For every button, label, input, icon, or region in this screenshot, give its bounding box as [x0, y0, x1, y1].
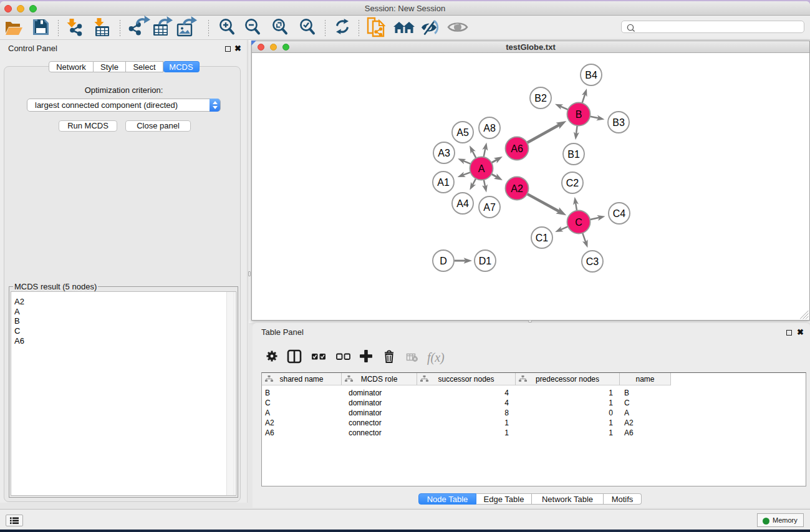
- svg-text:A: A: [478, 163, 485, 174]
- svg-text:C3: C3: [586, 256, 599, 267]
- svg-text:A5: A5: [456, 127, 469, 138]
- svg-text:C4: C4: [613, 208, 626, 219]
- svg-text:B: B: [576, 109, 582, 120]
- svg-text:A3: A3: [438, 148, 450, 158]
- svg-text:A4: A4: [456, 198, 469, 209]
- svg-text:D1: D1: [479, 256, 492, 266]
- svg-text:A8: A8: [483, 123, 496, 133]
- svg-text:B2: B2: [534, 93, 547, 104]
- svg-text:A1: A1: [437, 177, 450, 188]
- svg-text:C: C: [575, 217, 582, 228]
- svg-text:A7: A7: [483, 202, 496, 213]
- svg-text:B3: B3: [612, 117, 625, 128]
- svg-text:B1: B1: [567, 149, 580, 160]
- svg-text:D: D: [440, 256, 447, 266]
- svg-text:C1: C1: [536, 233, 549, 243]
- svg-text:C2: C2: [566, 178, 579, 188]
- svg-text:A6: A6: [511, 143, 523, 154]
- svg-text:f(x): f(x): [427, 351, 445, 365]
- svg-text:B4: B4: [585, 70, 597, 80]
- svg-text:A2: A2: [511, 183, 523, 194]
